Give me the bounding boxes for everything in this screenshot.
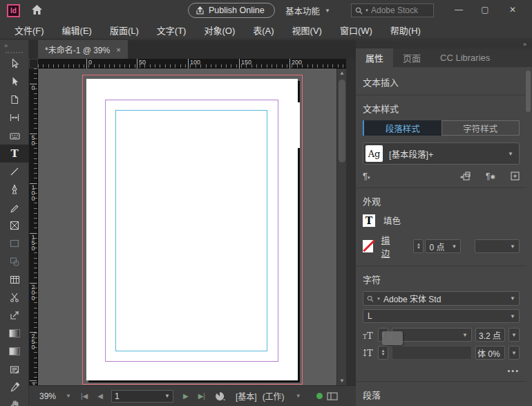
- minimize-button[interactable]: —: [449, 2, 468, 17]
- page-list-chevron-icon[interactable]: ▼: [164, 393, 170, 399]
- pasteboard[interactable]: ▲ ▼: [38, 68, 346, 385]
- next-page-button[interactable]: ▶: [183, 392, 189, 400]
- paragraph-style-dropdown[interactable]: Ag [基本段落]+ ▼: [363, 142, 520, 165]
- pen-tool[interactable]: [0, 181, 29, 199]
- menu-file[interactable]: 文件(F): [6, 24, 53, 37]
- leading-dropdown[interactable]: [392, 346, 472, 360]
- toolbar: » T: [0, 40, 29, 406]
- maximize-button[interactable]: ▢: [475, 2, 495, 17]
- pages-panel-icon[interactable]: [327, 392, 338, 400]
- tab-pages[interactable]: 页面: [393, 48, 430, 67]
- gap-tool[interactable]: [0, 109, 29, 127]
- leading-value-chevron[interactable]: ▼: [509, 346, 520, 360]
- adobe-stock-search-input[interactable]: ▼ Adobe Stock: [351, 3, 434, 17]
- document-tab[interactable]: *未命名-1 @ 39% ×: [38, 40, 128, 59]
- rectangle-tool[interactable]: [0, 234, 29, 252]
- create-style-icon[interactable]: [511, 172, 520, 181]
- tab-close-icon[interactable]: ×: [116, 46, 120, 54]
- menu-object[interactable]: 对象(O): [195, 24, 244, 37]
- menu-edit[interactable]: 编辑(E): [53, 24, 101, 37]
- load-styles-icon[interactable]: [460, 172, 471, 181]
- frame-tool[interactable]: [0, 216, 29, 234]
- note-tool[interactable]: [0, 360, 29, 378]
- size-value-chevron[interactable]: ▼: [509, 328, 520, 342]
- zoom-level[interactable]: 39%: [39, 391, 56, 401]
- stroke-weight-stepper[interactable]: ▲▼: [413, 239, 424, 253]
- toolbar-grip[interactable]: [6, 52, 23, 53]
- tab-properties[interactable]: 属性: [356, 48, 393, 67]
- chevron-down-icon: ▼: [506, 295, 519, 302]
- paragraph-mark-menu-icon[interactable]: ¶▾: [363, 171, 370, 181]
- ruler-origin[interactable]: [29, 59, 38, 68]
- page-number-field[interactable]: 1 ▼: [111, 390, 173, 403]
- paragraph-styles-tab[interactable]: 段落样式: [364, 120, 441, 136]
- direct-selection-tool[interactable]: [0, 73, 29, 91]
- preflight-chevron-icon[interactable]: ▼: [296, 393, 301, 399]
- close-button[interactable]: ✕: [503, 2, 522, 17]
- zoom-chevron-icon[interactable]: ▼: [66, 393, 71, 399]
- stroke-weight-field[interactable]: 0 点 ▼: [425, 239, 461, 253]
- scrollbar-thumb[interactable]: [339, 80, 345, 163]
- ruler-label: 50: [137, 59, 146, 68]
- vertical-scrollbar[interactable]: ▲ ▼: [336, 68, 346, 385]
- character-label: 字符: [363, 273, 520, 286]
- panel-header: »: [356, 40, 532, 48]
- fill-color-swatch[interactable]: T: [363, 214, 375, 227]
- page-tool[interactable]: [0, 91, 29, 109]
- toolbar-collapse-icon[interactable]: »: [0, 40, 28, 49]
- shape-tool[interactable]: [0, 252, 29, 270]
- document-tab-title: *未命名-1 @ 39%: [45, 44, 110, 55]
- panel-collapse-icon[interactable]: »: [523, 41, 526, 48]
- panel-scrollbar[interactable]: [526, 69, 531, 405]
- size-value-field[interactable]: 3.2 点: [475, 328, 505, 342]
- content-collector-tool[interactable]: [0, 127, 29, 145]
- scissors-tool[interactable]: [0, 288, 29, 306]
- gradient-feather-tool[interactable]: [0, 342, 29, 360]
- eyedropper-tool[interactable]: [0, 378, 29, 396]
- character-styles-tab[interactable]: 字符样式: [441, 120, 520, 136]
- menu-window[interactable]: 窗口(W): [331, 24, 381, 37]
- document-area: *未命名-1 @ 39% × 0 50 100 150 200 0 50 100…: [29, 40, 356, 406]
- font-size-dropdown[interactable]: ▼: [392, 328, 472, 342]
- preflight-profile[interactable]: [基本]: [236, 390, 257, 402]
- free-transform-tool[interactable]: [0, 306, 29, 324]
- panel-tabs: 属性 页面 CC Libraries: [356, 48, 532, 67]
- gradient-swatch-tool[interactable]: [0, 324, 29, 342]
- menu-layout[interactable]: 版面(L): [101, 24, 148, 37]
- home-icon[interactable]: [31, 4, 43, 17]
- selection-tool[interactable]: [0, 55, 29, 73]
- publish-online-button[interactable]: Publish Online: [188, 3, 275, 18]
- stroke-label[interactable]: 描边: [381, 233, 396, 259]
- tab-cc-libraries[interactable]: CC Libraries: [430, 48, 500, 67]
- previous-page-button[interactable]: ◀: [97, 392, 103, 400]
- menu-view[interactable]: 视图(V): [283, 24, 331, 37]
- cursor-tooltip-overlay: [382, 331, 403, 345]
- scroll-down-icon[interactable]: ▼: [337, 376, 346, 385]
- text-frame[interactable]: [115, 110, 267, 351]
- line-tool[interactable]: [0, 163, 29, 181]
- more-options-button[interactable]: •••: [363, 367, 520, 375]
- menu-table[interactable]: 表(A): [244, 24, 283, 37]
- new-paragraph-style-icon[interactable]: ¶✱: [486, 172, 495, 181]
- stroke-type-dropdown[interactable]: ▼: [475, 239, 520, 253]
- pencil-tool[interactable]: [0, 199, 29, 216]
- menu-help[interactable]: 帮助(H): [381, 24, 430, 37]
- hand-tool[interactable]: [0, 396, 29, 406]
- font-style-dropdown[interactable]: L ▼: [363, 309, 520, 323]
- vertical-ruler[interactable]: 0 50 100 150 200 250 3: [29, 68, 38, 385]
- last-page-button[interactable]: ▶|: [198, 392, 205, 400]
- horizontal-ruler[interactable]: 0 50 100 150 200: [38, 59, 346, 68]
- leading-value-field[interactable]: 体 0%: [475, 346, 505, 360]
- font-family-dropdown[interactable]: ▼ Adobe 宋体 Std ▼: [363, 291, 520, 306]
- preflight-menu-icon[interactable]: [215, 391, 226, 401]
- workspace-switcher[interactable]: 基本功能 ▼: [280, 3, 336, 18]
- menu-type[interactable]: 文字(T): [148, 24, 196, 37]
- first-page-button[interactable]: |◀: [81, 392, 88, 400]
- scroll-up-icon[interactable]: ▲: [337, 68, 346, 77]
- document-tab-bar: *未命名-1 @ 39% ×: [29, 40, 356, 59]
- stroke-color-swatch[interactable]: [363, 240, 373, 252]
- panel-scrollbar-thumb[interactable]: [526, 71, 531, 112]
- table-tool[interactable]: [0, 270, 29, 288]
- leading-stepper[interactable]: ▲▼: [378, 346, 388, 360]
- type-tool[interactable]: T: [0, 145, 29, 163]
